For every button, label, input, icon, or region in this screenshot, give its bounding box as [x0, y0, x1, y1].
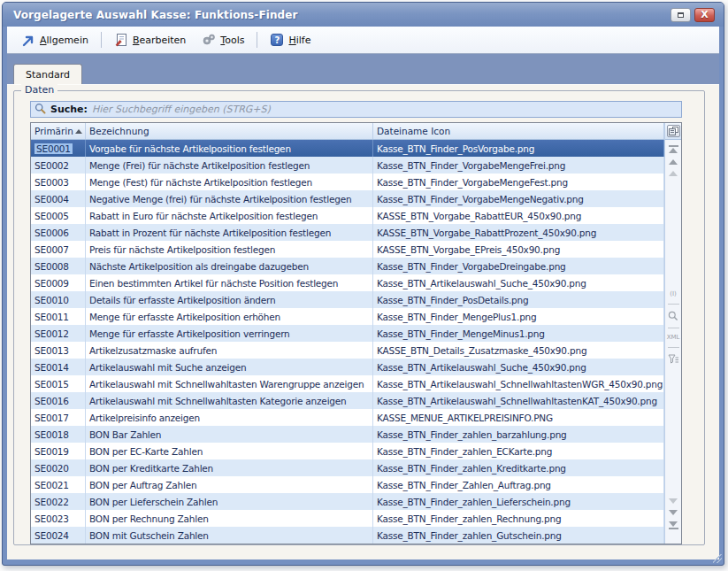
- tab-standard[interactable]: Standard: [13, 64, 82, 84]
- table-cell[interactable]: Kasse_BTN_Finder_PosVorgabe.png: [373, 140, 664, 157]
- table-cell[interactable]: KASSE_BTN_Details_Zusatzmaske_450x90.png: [373, 342, 664, 359]
- table-cell[interactable]: SE0001: [31, 140, 86, 157]
- table-cell[interactable]: Kasse_BTN_Finder_VorgabeMengeFrei.png: [373, 157, 664, 174]
- search-input[interactable]: [92, 104, 678, 115]
- table-cell[interactable]: SE0005: [31, 207, 86, 224]
- table-cell[interactable]: SE0016: [31, 392, 86, 409]
- table-cell[interactable]: SE0013: [31, 342, 86, 359]
- table-row[interactable]: SE0002Menge (Frei) für nächste Artikelpo…: [31, 157, 664, 174]
- table-row[interactable]: SE0007Preis für nächste Artikelposition …: [31, 241, 664, 258]
- table-row[interactable]: SE0001Vorgabe für nächste Artikelpositio…: [31, 140, 664, 157]
- table-row[interactable]: SE0006Rabatt in Prozent für nächste Arti…: [31, 224, 664, 241]
- table-cell[interactable]: SE0011: [31, 308, 86, 325]
- table-row[interactable]: SE0022BON per Lieferschein ZahlenKasse_B…: [31, 493, 664, 510]
- table-cell[interactable]: Kasse_BTN_Artikelauswahl_Suche_450x90.pn…: [373, 274, 664, 291]
- table-cell[interactable]: SE0024: [31, 527, 86, 544]
- table-cell[interactable]: Menge (Frei) für nächste Artikelposition…: [86, 157, 373, 174]
- table-cell[interactable]: Menge für erfasste Artikelposition erhöh…: [86, 308, 373, 325]
- toolbar-item-tools[interactable]: Tools: [195, 30, 251, 50]
- table-cell[interactable]: Kasse_BTN_Artikelauswahl_Schnellwahltast…: [373, 375, 664, 392]
- table-cell[interactable]: Kasse_BTN_Finder_zahlen_Lieferschein.png: [373, 493, 664, 510]
- table-cell[interactable]: Preis für nächste Artikelposition festle…: [86, 241, 373, 258]
- table-cell[interactable]: BON per Lieferschein Zahlen: [86, 493, 373, 510]
- table-row[interactable]: SE0019BON per EC-Karte ZahlenKasse_BTN_F…: [31, 443, 664, 459]
- table-row[interactable]: SE0005Rabatt in Euro für nächste Artikel…: [31, 207, 664, 224]
- table-cell[interactable]: SE0002: [31, 157, 86, 174]
- table-cell[interactable]: SE0012: [31, 325, 86, 342]
- table-cell[interactable]: SE0009: [31, 274, 86, 291]
- table-cell[interactable]: Kasse_BTN_Finder_zahlen_ECKarte.png: [373, 443, 664, 459]
- table-cell[interactable]: Kasse_BTN_Artikelauswahl_Suche_450x90.pn…: [373, 359, 664, 375]
- table-cell[interactable]: SE0008: [31, 258, 86, 274]
- table-row[interactable]: SE0018BON Bar ZahlenKasse_BTN_Finder_zah…: [31, 426, 664, 443]
- table-cell[interactable]: Kasse_BTN_Finder_zahlen_Rechnung.png: [373, 510, 664, 527]
- scroll-to-top-button[interactable]: [669, 145, 678, 153]
- table-cell[interactable]: Artikelzusatzmaske aufrufen: [86, 342, 373, 359]
- table-row[interactable]: SE0008Nächste Artikelposition als dreing…: [31, 258, 664, 274]
- table-cell[interactable]: KASSE_BTN_Vorgabe_RabattEUR_450x90.png: [373, 207, 664, 224]
- table-cell[interactable]: Kasse_BTN_Finder_MengePlus1.png: [373, 308, 664, 325]
- column-chooser-button[interactable]: [667, 125, 680, 137]
- table-cell[interactable]: SE0015: [31, 375, 86, 392]
- table-cell[interactable]: Artikelpreisinfo anzeigen: [86, 409, 373, 426]
- table-cell[interactable]: BON Bar Zahlen: [86, 426, 373, 443]
- xml-export-button[interactable]: XML: [667, 335, 680, 341]
- table-cell[interactable]: Kasse_BTN_Finder_zahlen_barzahlung.png: [373, 426, 664, 443]
- scroll-down-button[interactable]: [669, 498, 678, 504]
- table-cell[interactable]: Kasse_BTN_Finder_zahlen_Kreditkarte.png: [373, 459, 664, 476]
- table-row[interactable]: SE0012Menge für erfasste Artikelposition…: [31, 325, 664, 342]
- table-cell[interactable]: SE0023: [31, 510, 86, 527]
- table-row[interactable]: SE0021BON per Auftrag ZahlenKasse_BTN_Fi…: [31, 476, 664, 493]
- table-cell[interactable]: Artikelauswahl mit Schnellwahltasten War…: [86, 375, 373, 392]
- table-cell[interactable]: SE0017: [31, 409, 86, 426]
- table-cell[interactable]: SE0010: [31, 291, 86, 308]
- titlebar[interactable]: Vorgelagerte Auswahl Kasse: Funktions-Fi…: [3, 3, 724, 27]
- scroll-page-up-button[interactable]: [669, 159, 678, 165]
- table-cell[interactable]: Kasse_BTN_Finder_VorgabeMengeNegativ.png: [373, 190, 664, 207]
- table-cell[interactable]: Kasse_BTN_Finder_Zahlen_Auftrag.png: [373, 476, 664, 493]
- table-row[interactable]: SE0017Artikelpreisinfo anzeigenKASSE_MEN…: [31, 409, 664, 426]
- table-cell[interactable]: SE0019: [31, 443, 86, 459]
- table-row[interactable]: SE0020BON per Kreditkarte ZahlenKasse_BT…: [31, 459, 664, 476]
- table-cell[interactable]: BON per EC-Karte Zahlen: [86, 443, 373, 459]
- table-cell[interactable]: SE0014: [31, 359, 86, 375]
- restore-button[interactable]: [671, 8, 691, 22]
- column-header-dateiname-icon[interactable]: Dateiname Icon: [373, 123, 664, 139]
- table-cell[interactable]: SE0003: [31, 174, 86, 190]
- column-header-bezeichnung[interactable]: Bezeichnung: [86, 123, 373, 139]
- table-cell[interactable]: Menge (Fest) für nächste Artikelposition…: [86, 174, 373, 190]
- table-cell[interactable]: SE0022: [31, 493, 86, 510]
- close-button[interactable]: X: [694, 8, 715, 22]
- table-row[interactable]: SE0011Menge für erfasste Artikelposition…: [31, 308, 664, 325]
- table-row[interactable]: SE0023BON per Rechnung ZahlenKasse_BTN_F…: [31, 510, 664, 527]
- scroll-to-bottom-button[interactable]: [669, 521, 678, 529]
- table-cell[interactable]: Artikelauswahl mit Schnellwahltasten Kat…: [86, 392, 373, 409]
- table-cell[interactable]: Details für erfasste Artikelposition änd…: [86, 291, 373, 308]
- table-cell[interactable]: Einen bestimmten Artikel für nächste Pos…: [86, 274, 373, 291]
- table-cell[interactable]: BON per Rechnung Zahlen: [86, 510, 373, 527]
- toolbar-item-hilfe[interactable]: ? Hilfe: [263, 30, 318, 50]
- table-row[interactable]: SE0014Artikelauswahl mit Suche anzeigenK…: [31, 359, 664, 375]
- column-header-primaerindex[interactable]: Primärin: [31, 123, 86, 139]
- table-row[interactable]: SE0013Artikelzusatzmaske aufrufenKASSE_B…: [31, 342, 664, 359]
- table-cell[interactable]: BON per Kreditkarte Zahlen: [86, 459, 373, 476]
- resize-grip[interactable]: [713, 554, 722, 563]
- search-bar[interactable]: Suche:: [30, 101, 682, 118]
- table-row[interactable]: SE0004Negative Menge (frei) für nächste …: [31, 190, 664, 207]
- table-row[interactable]: SE0010Details für erfasste Artikelpositi…: [31, 291, 664, 308]
- brackets-button[interactable]: (I): [670, 291, 677, 297]
- table-cell[interactable]: Artikelauswahl mit Suche anzeigen: [86, 359, 373, 375]
- search-zoom-button[interactable]: [668, 311, 678, 321]
- table-cell[interactable]: Rabatt in Prozent für nächste Artikelpos…: [86, 224, 373, 241]
- table-cell[interactable]: Kasse_BTN_Finder_VorgabeMengeFest.png: [373, 174, 664, 190]
- table-cell[interactable]: SE0018: [31, 426, 86, 443]
- table-cell[interactable]: BON per Auftrag Zahlen: [86, 476, 373, 493]
- filter-button[interactable]: [668, 354, 679, 364]
- table-cell[interactable]: KASSE_MENUE_ARTIKELPREISINFO.PNG: [373, 409, 664, 426]
- table-cell[interactable]: SE0021: [31, 476, 86, 493]
- table-row[interactable]: SE0016Artikelauswahl mit Schnellwahltast…: [31, 392, 664, 409]
- table-cell[interactable]: Negative Menge (frei) für nächste Artike…: [86, 190, 373, 207]
- table-cell[interactable]: Kasse_BTN_Finder_PosDetails.png: [373, 291, 664, 308]
- table-cell[interactable]: Kasse_BTN_Artikelauswahl_Schnellwahltast…: [373, 392, 664, 409]
- table-row[interactable]: SE0003Menge (Fest) für nächste Artikelpo…: [31, 174, 664, 190]
